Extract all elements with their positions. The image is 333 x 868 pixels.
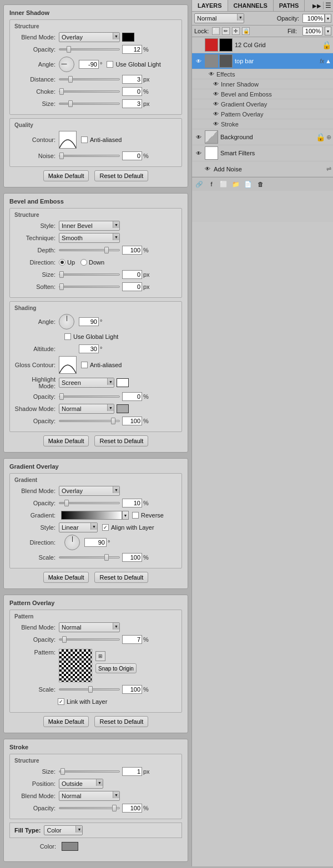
layer-background[interactable]: 👁 Background 🔒 ⊕ [192,129,333,145]
bevel-soften-slider[interactable] [59,286,120,288]
shadow-mode-select[interactable]: Normal ▼ [59,404,114,414]
blend-mode-color[interactable] [122,33,134,42]
inner-shadow-make-default[interactable]: Make Default [43,170,89,181]
scale-slider[interactable] [59,556,120,559]
tab-paths[interactable]: PATHS [274,0,305,11]
effect-gradient-overlay[interactable]: 👁 Gradient Overlay [192,99,333,109]
bevel-size-slider[interactable] [59,273,120,276]
fill-arrow[interactable]: ▼ [325,27,331,35]
gradient-arrow[interactable]: ▼ [122,511,129,520]
go-reset[interactable]: Reset to Default [94,572,148,583]
opacity-input[interactable]: 12 [122,45,142,54]
expand-icon[interactable]: ▶▶ [312,3,321,9]
add-style-btn[interactable]: f [206,179,216,189]
add-mask-btn[interactable]: ⬜ [219,179,229,189]
po-opacity-thumb[interactable] [62,636,67,643]
stroke-opacity-thumb[interactable] [112,805,117,811]
highlight-color[interactable] [117,378,129,387]
stroke-color-swatch[interactable] [62,842,78,851]
align-layer-checkbox[interactable]: ✓ [102,524,109,531]
fill-type-select[interactable]: Color ▼ [44,825,83,835]
po-blend-mode-select[interactable]: Normal ▼ [59,622,120,632]
go-opacity-input[interactable]: 10 [122,499,142,507]
gradient-preview[interactable] [61,511,122,520]
bevel-eye[interactable]: 👁 [213,91,219,97]
new-group-btn[interactable]: 📁 [231,179,241,189]
opacity-thumb[interactable] [67,46,71,53]
distance-input[interactable]: 3 [122,75,142,84]
bevel-depth-thumb[interactable] [104,247,109,253]
noise-slider[interactable] [59,155,120,157]
shadow-color[interactable] [117,404,129,413]
bevel-make-default[interactable]: Make Default [43,435,89,446]
scale-input[interactable]: 100 [122,553,142,562]
shading-global-light-checkbox[interactable] [64,333,71,340]
bevel-soften-thumb[interactable] [59,283,64,290]
layer-12-col-grid[interactable]: 12 Col Grid 🔒 [192,37,333,53]
pattern-options-btn[interactable]: ⊞ [95,651,105,661]
angle-dial[interactable] [59,57,74,72]
go-opacity-slider[interactable] [59,502,120,504]
effect-inner-shadow[interactable]: 👁 Inner Shadow [192,79,333,89]
anti-aliased-checkbox[interactable] [81,136,88,143]
po-scale-input[interactable]: 100 [122,685,142,694]
highlight-opacity-slider[interactable] [59,395,120,398]
style-select[interactable]: Linear ▼ [59,522,98,532]
noise-settings-icon[interactable]: ⇌ [326,165,331,172]
highlight-opacity-input[interactable]: 0 [122,392,142,401]
inner-shadow-eye[interactable]: 👁 [213,81,219,87]
stroke-size-input[interactable]: 1 [122,767,142,776]
po-make-default[interactable]: Make Default [43,716,89,727]
shadow-opacity-slider[interactable] [59,420,120,422]
go-opacity-thumb[interactable] [64,500,69,506]
opacity-arrow[interactable]: ▼ [325,14,331,23]
po-scale-thumb[interactable] [88,686,93,693]
bevel-technique-select[interactable]: Smooth ▼ [59,233,120,243]
noise-input[interactable]: 0 [122,151,142,160]
bevel-size-input[interactable]: 0 [122,270,142,279]
layer-eye-12col[interactable] [194,40,203,49]
layer-eye-noise[interactable]: 👁 [203,165,212,174]
bevel-depth-input[interactable]: 100 [122,246,142,255]
use-global-light-checkbox[interactable] [107,61,113,68]
layer-top-bar[interactable]: 👁 top bar fx ▲ [192,53,333,69]
layers-opacity-input[interactable] [302,14,325,23]
delete-layer-btn[interactable]: 🗑 [255,179,265,189]
stroke-position-select[interactable]: Outside ▼ [59,779,103,789]
go-angle-dial[interactable] [64,535,80,550]
stroke-blend-select[interactable]: Normal ▼ [59,791,120,801]
lock-transparent-btn[interactable]: ⬜ [212,27,220,35]
highlight-opacity-thumb[interactable] [59,393,64,400]
stroke-size-thumb[interactable] [60,768,65,775]
layers-blend-select[interactable]: Normal ▼ [194,13,244,23]
shading-angle-input[interactable]: 90 [79,317,99,326]
tab-layers[interactable]: LAYERS [192,0,228,11]
size-input[interactable]: 3 [122,99,142,108]
layer-smart-filters[interactable]: 👁 Smart Filters [192,145,333,161]
choke-thumb[interactable] [59,88,64,95]
go-make-default[interactable]: Make Default [43,572,89,583]
size-slider[interactable] [59,103,120,105]
snap-to-origin-btn[interactable]: Snap to Origin [95,663,137,673]
lock-image-btn[interactable]: ✏ [222,27,230,35]
effect-pattern-overlay[interactable]: 👁 Pattern Overlay [192,109,333,119]
noise-thumb[interactable] [59,153,64,159]
stroke-size-slider[interactable] [59,770,120,773]
link-with-layer-checkbox[interactable]: ✓ [58,698,64,705]
gloss-anti-aliased-checkbox[interactable] [81,362,88,368]
shadow-opacity-input[interactable]: 100 [122,417,142,425]
link-layers-btn[interactable]: 🔗 [194,179,204,189]
reverse-checkbox[interactable] [132,512,139,519]
highlight-mode-select[interactable]: Screen ▼ [59,378,114,388]
effect-stroke[interactable]: 👁 Stroke [192,119,333,129]
distance-thumb[interactable] [68,76,73,83]
gloss-contour-preview[interactable] [59,356,77,374]
layer-expand-arrow[interactable]: ▲ [325,58,331,64]
po-scale-slider[interactable] [59,688,120,691]
po-reset[interactable]: Reset to Default [94,716,148,727]
altitude-input[interactable]: 30 [79,344,99,353]
menu-icon[interactable]: ☰ [323,2,331,9]
new-layer-btn[interactable]: 📄 [243,179,253,189]
effect-bevel-emboss[interactable]: 👁 Bevel and Emboss [192,89,333,99]
opacity-slider[interactable] [59,48,120,50]
